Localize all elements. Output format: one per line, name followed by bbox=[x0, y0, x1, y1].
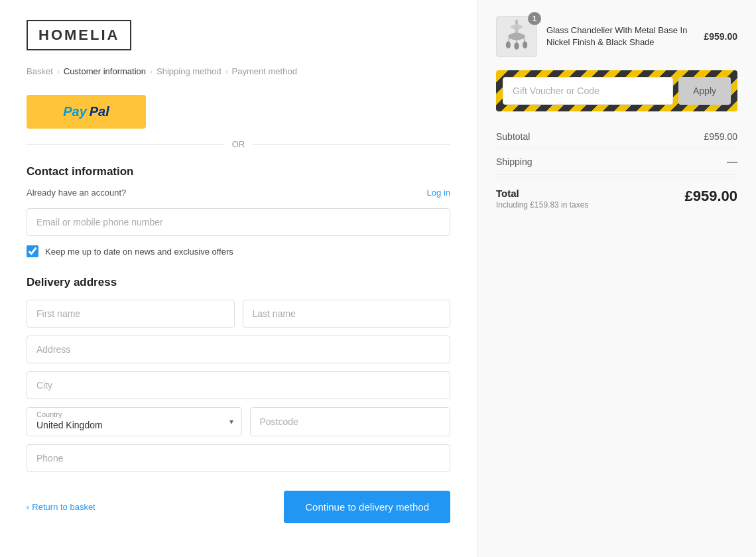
total-label: Total bbox=[496, 188, 588, 199]
paypal-pay-text: Pay bbox=[63, 104, 87, 119]
subtotal-value: £959.00 bbox=[704, 131, 737, 142]
newsletter-row: Keep me up to date on news and exclusive… bbox=[27, 245, 450, 257]
account-line: Already have an account? Log in bbox=[27, 188, 450, 198]
name-row bbox=[27, 300, 450, 328]
login-link[interactable]: Log in bbox=[427, 188, 450, 198]
bottom-actions: ‹ Return to basket Continue to delivery … bbox=[27, 491, 450, 536]
svg-point-7 bbox=[506, 41, 511, 48]
phone-input[interactable] bbox=[27, 444, 450, 472]
right-panel: 1 Glass Chandelier With Metal Base In Ni… bbox=[477, 0, 756, 557]
quantity-badge: 1 bbox=[528, 12, 541, 25]
logo-wrapper: HOMELIA bbox=[27, 20, 450, 50]
paypal-pal-text: Pal bbox=[90, 104, 109, 119]
total-tax: Including £159.83 in taxes bbox=[496, 200, 588, 210]
total-price: £959.00 bbox=[684, 188, 737, 205]
svg-point-9 bbox=[523, 41, 527, 48]
postcode-input[interactable] bbox=[250, 407, 451, 436]
return-arrow-icon: ‹ bbox=[27, 502, 29, 512]
shipping-label: Shipping bbox=[496, 156, 533, 167]
phone-row bbox=[27, 444, 450, 472]
paypal-button[interactable]: Pay Pal bbox=[27, 95, 146, 129]
breadcrumb-sep-2: › bbox=[150, 67, 153, 76]
city-input[interactable] bbox=[27, 371, 450, 399]
delivery-section-title: Delivery address bbox=[27, 276, 450, 289]
voucher-inner: Apply bbox=[503, 77, 731, 105]
or-label: OR bbox=[232, 139, 245, 149]
or-divider: OR bbox=[27, 139, 450, 149]
subtotal-label: Subtotal bbox=[496, 131, 530, 142]
breadcrumb-sep-1: › bbox=[57, 67, 60, 76]
product-name: Glass Chandelier With Metal Base In Nick… bbox=[546, 25, 694, 48]
total-row: Total Including £159.83 in taxes £959.00 bbox=[496, 178, 737, 214]
subtotal-row: Subtotal £959.00 bbox=[496, 125, 737, 149]
left-panel: HOMELIA Basket › Customer information › … bbox=[0, 0, 477, 557]
svg-point-8 bbox=[514, 42, 519, 50]
first-name-input[interactable] bbox=[27, 300, 235, 328]
email-field-wrapper bbox=[27, 208, 450, 236]
product-image-wrapper: 1 bbox=[496, 16, 537, 57]
breadcrumb-shipping[interactable]: Shipping method bbox=[157, 66, 221, 76]
breadcrumb-sep-3: › bbox=[225, 67, 228, 76]
voucher-input[interactable] bbox=[503, 77, 673, 105]
total-info: Total Including £159.83 in taxes bbox=[496, 188, 588, 210]
country-field[interactable]: Country United Kingdom ▾ bbox=[27, 407, 242, 436]
shipping-row: Shipping — bbox=[496, 149, 737, 175]
breadcrumb-basket[interactable]: Basket bbox=[27, 66, 53, 76]
last-name-input[interactable] bbox=[243, 300, 451, 328]
product-price: £959.00 bbox=[704, 31, 737, 42]
country-dropdown-icon: ▾ bbox=[229, 417, 233, 426]
country-label: Country bbox=[36, 410, 218, 418]
breadcrumb-payment[interactable]: Payment method bbox=[232, 66, 297, 76]
country-postcode-row: Country United Kingdom ▾ bbox=[27, 407, 450, 436]
newsletter-checkbox[interactable] bbox=[27, 245, 38, 257]
svg-rect-0 bbox=[515, 20, 518, 25]
apply-button[interactable]: Apply bbox=[678, 77, 731, 105]
continue-button[interactable]: Continue to delivery method bbox=[284, 491, 450, 523]
email-input[interactable] bbox=[27, 208, 450, 236]
product-row: 1 Glass Chandelier With Metal Base In Ni… bbox=[496, 16, 737, 57]
shipping-value: — bbox=[727, 156, 737, 168]
country-value: United Kingdom bbox=[36, 418, 218, 433]
breadcrumb: Basket › Customer information › Shipping… bbox=[27, 66, 450, 76]
voucher-area: Apply bbox=[496, 70, 737, 111]
city-row bbox=[27, 371, 450, 399]
account-text: Already have an account? bbox=[27, 188, 126, 198]
contact-section-title: Contact information bbox=[27, 165, 450, 178]
newsletter-label: Keep me up to date on news and exclusive… bbox=[45, 247, 233, 257]
address-row bbox=[27, 336, 450, 363]
return-link[interactable]: ‹ Return to basket bbox=[27, 502, 95, 512]
return-label: Return to basket bbox=[32, 502, 95, 512]
logo: HOMELIA bbox=[27, 20, 131, 50]
address-input[interactable] bbox=[27, 336, 450, 363]
product-info: Glass Chandelier With Metal Base In Nick… bbox=[546, 25, 694, 48]
breadcrumb-customer-info: Customer information bbox=[64, 66, 146, 76]
